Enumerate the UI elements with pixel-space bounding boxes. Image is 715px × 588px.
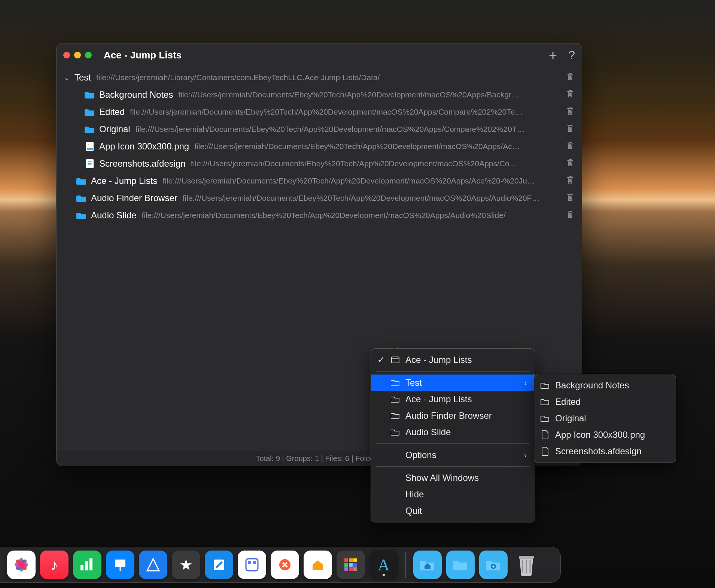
list-item[interactable]: Audio Finder Browser file:///Users/jerem… xyxy=(60,190,578,207)
item-name: Audio Slide xyxy=(91,210,136,221)
list-item[interactable]: Edited file:///Users/jeremiah/Documents/… xyxy=(60,103,578,121)
dock-app-photos[interactable] xyxy=(7,551,36,579)
svg-rect-1 xyxy=(87,148,93,150)
item-path: file:///Users/jeremiah/Documents/Ebey%20… xyxy=(142,211,561,220)
menu-label: Test xyxy=(405,378,519,388)
item-path: file:///Users/jeremiah/Documents/Ebey%20… xyxy=(194,142,561,151)
delete-item-button[interactable] xyxy=(565,193,576,204)
delete-group-button[interactable] xyxy=(565,72,576,83)
menu-item-ace[interactable]: Ace - Jump Lists xyxy=(371,391,535,407)
item-name: Screenshots.afdesign xyxy=(99,158,186,169)
dock-app-grid[interactable] xyxy=(337,551,365,579)
folder-icon xyxy=(390,379,400,386)
menu-item-audio-slide[interactable]: Audio Slide xyxy=(371,424,535,440)
menu-separator xyxy=(376,466,530,467)
check-icon: ✓ xyxy=(377,355,385,365)
item-name: Ace - Jump Lists xyxy=(91,176,157,186)
image-file-icon xyxy=(84,141,95,152)
svg-rect-21 xyxy=(246,559,258,571)
menu-label: Audio Finder Browser xyxy=(405,410,527,421)
item-name: Edited xyxy=(99,107,125,117)
dock-separator xyxy=(405,552,406,578)
item-name: Audio Finder Browser xyxy=(91,193,177,203)
dock-app-music[interactable]: ♪ xyxy=(40,551,69,579)
minimize-window-button[interactable] xyxy=(74,52,81,58)
dock-app-developer[interactable] xyxy=(238,551,266,579)
file-icon xyxy=(540,447,550,456)
menu-label: Ace - Jump Lists xyxy=(405,355,527,365)
dock-app-remote[interactable] xyxy=(271,551,299,579)
svg-rect-32 xyxy=(349,567,353,571)
list-item[interactable]: Screenshots.afdesign file:///Users/jerem… xyxy=(60,155,578,172)
menu-item-quit[interactable]: Quit xyxy=(371,503,535,519)
group-name: Test xyxy=(74,72,91,83)
dock-app-keynote[interactable] xyxy=(106,551,134,579)
close-window-button[interactable] xyxy=(63,52,70,58)
chevron-right-icon: › xyxy=(524,379,527,387)
delete-item-button[interactable] xyxy=(565,210,576,221)
folder-icon xyxy=(540,382,550,389)
submenu-item[interactable]: Background Notes xyxy=(534,377,676,394)
folder-icon xyxy=(540,398,550,405)
dock-trash[interactable] xyxy=(512,551,541,579)
dock-app-numbers[interactable] xyxy=(73,551,101,579)
svg-rect-23 xyxy=(253,561,256,564)
menu-item-test[interactable]: Test › xyxy=(371,375,535,391)
window-icon xyxy=(390,357,400,363)
menu-item-hide[interactable]: Hide xyxy=(371,486,535,503)
group-path: file:///Users/jeremiah/Library/Container… xyxy=(96,73,561,82)
delete-item-button[interactable] xyxy=(565,89,576,100)
dock: ♪ ★ A xyxy=(0,547,561,583)
svg-rect-4 xyxy=(392,357,399,363)
chevron-down-icon[interactable]: ⌄ xyxy=(63,73,71,82)
item-name: Original xyxy=(99,124,130,134)
svg-rect-28 xyxy=(344,563,348,567)
dock-app-ace[interactable]: A xyxy=(369,551,398,579)
dock-folder-home[interactable] xyxy=(413,551,442,579)
delete-item-button[interactable] xyxy=(565,175,576,187)
dock-app-imovie[interactable]: ★ xyxy=(172,551,200,579)
menu-label: Ace - Jump Lists xyxy=(405,394,527,404)
svg-rect-27 xyxy=(353,558,357,562)
dock-folder-downloads[interactable] xyxy=(479,551,508,579)
dock-app-home[interactable] xyxy=(304,551,332,579)
submenu-item[interactable]: App Icon 300x300.png xyxy=(534,427,676,443)
svg-rect-31 xyxy=(344,567,348,571)
group-row-test[interactable]: ⌄ Test file:///Users/jeremiah/Library/Co… xyxy=(60,69,578,86)
running-indicator-icon xyxy=(383,574,385,576)
help-button[interactable]: ? xyxy=(568,48,575,62)
delete-item-button[interactable] xyxy=(565,158,576,169)
menu-item-options[interactable]: Options › xyxy=(371,447,535,463)
add-button[interactable]: + xyxy=(549,47,557,63)
folder-icon xyxy=(540,415,550,422)
folder-icon xyxy=(76,193,87,204)
delete-item-button[interactable] xyxy=(565,106,576,118)
submenu-item[interactable]: Screenshots.afdesign xyxy=(534,443,676,460)
folder-icon xyxy=(76,175,87,187)
delete-item-button[interactable] xyxy=(565,141,576,152)
list-item[interactable]: Audio Slide file:///Users/jeremiah/Docum… xyxy=(60,207,578,224)
folder-icon xyxy=(390,396,400,403)
dock-app-xcode[interactable] xyxy=(205,551,233,579)
menu-label: Options xyxy=(405,450,519,460)
submenu-label: Screenshots.afdesign xyxy=(555,446,667,457)
submenu-item[interactable]: Edited xyxy=(534,394,676,410)
svg-rect-22 xyxy=(248,561,251,564)
list-item[interactable]: Original file:///Users/jeremiah/Document… xyxy=(60,121,578,138)
item-path: file:///Users/jeremiah/Documents/Ebey%20… xyxy=(162,176,561,185)
list-item[interactable]: Background Notes file:///Users/jeremiah/… xyxy=(60,86,578,103)
submenu-label: Original xyxy=(555,413,667,424)
submenu-item[interactable]: Original xyxy=(534,410,676,427)
list-item[interactable]: Ace - Jump Lists file:///Users/jeremiah/… xyxy=(60,172,578,190)
delete-item-button[interactable] xyxy=(565,124,576,135)
zoom-window-button[interactable] xyxy=(85,52,92,58)
svg-rect-16 xyxy=(89,558,92,570)
list-item[interactable]: App Icon 300x300.png file:///Users/jerem… xyxy=(60,138,578,155)
menu-item-audio-finder[interactable]: Audio Finder Browser xyxy=(371,407,535,424)
dock-app-affinity[interactable] xyxy=(139,551,167,579)
menu-item-show-all[interactable]: Show All Windows xyxy=(371,470,535,486)
menu-item-app-window[interactable]: ✓ Ace - Jump Lists xyxy=(371,352,535,368)
window-controls xyxy=(63,52,92,58)
menu-label: Quit xyxy=(405,506,527,516)
dock-folder-documents[interactable] xyxy=(446,551,475,579)
